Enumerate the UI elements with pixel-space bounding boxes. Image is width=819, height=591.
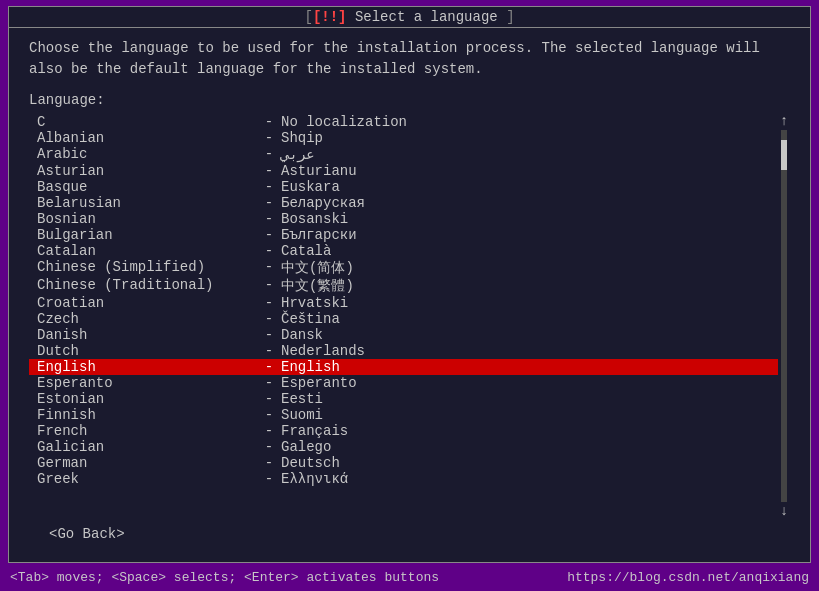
lang-name: C <box>37 114 257 130</box>
title-prefix: [ <box>304 9 312 25</box>
lang-name: Esperanto <box>37 375 257 391</box>
list-item[interactable]: Czech-Čeština <box>29 311 778 327</box>
lang-name: Greek <box>37 471 257 487</box>
lang-native: Galego <box>281 439 331 455</box>
list-item[interactable]: Albanian-Shqip <box>29 130 778 146</box>
lang-native: Čeština <box>281 311 340 327</box>
lang-native: Esperanto <box>281 375 357 391</box>
lang-dash: - <box>257 471 281 487</box>
lang-dash: - <box>257 343 281 359</box>
list-item[interactable]: Chinese (Traditional)-中文(繁體) <box>29 277 778 295</box>
list-item[interactable]: Galician-Galego <box>29 439 778 455</box>
lang-native: Eesti <box>281 391 323 407</box>
scroll-down-icon[interactable]: ↓ <box>780 504 788 518</box>
list-item[interactable]: Greek-Ελληνικά <box>29 471 778 487</box>
list-item[interactable]: Arabic-عربي <box>29 146 778 163</box>
description: Choose the language to be used for the i… <box>29 38 790 80</box>
list-item[interactable]: Asturian-Asturianu <box>29 163 778 179</box>
scrollbar[interactable]: ↑ ↓ <box>778 114 790 518</box>
lang-name: German <box>37 455 257 471</box>
lang-native: No localization <box>281 114 407 130</box>
list-item[interactable]: Belarusian-Беларуская <box>29 195 778 211</box>
lang-native: Shqip <box>281 130 323 146</box>
lang-dash: - <box>257 295 281 311</box>
scroll-thumb <box>781 140 787 170</box>
lang-dash: - <box>257 211 281 227</box>
lang-name: Belarusian <box>37 195 257 211</box>
list-item[interactable]: C-No localization <box>29 114 778 130</box>
lang-dash: - <box>257 327 281 343</box>
list-item[interactable]: German-Deutsch <box>29 455 778 471</box>
list-item[interactable]: Basque-Euskara <box>29 179 778 195</box>
lang-native: Deutsch <box>281 455 340 471</box>
lang-dash: - <box>257 114 281 130</box>
lang-name: Croatian <box>37 295 257 311</box>
lang-dash: - <box>257 277 281 295</box>
language-list[interactable]: C-No localizationAlbanian-ShqipArabic-عر… <box>29 114 778 518</box>
title-text: [!!] <box>313 9 347 25</box>
description-line2: also be the default language for the ins… <box>29 59 790 80</box>
list-item[interactable]: Esperanto-Esperanto <box>29 375 778 391</box>
lang-name: Chinese (Traditional) <box>37 277 257 295</box>
main-window: [ [!!] Select a language ] Choose the la… <box>8 6 811 563</box>
lang-dash: - <box>257 195 281 211</box>
lang-dash: - <box>257 407 281 423</box>
list-item[interactable]: Catalan-Català <box>29 243 778 259</box>
lang-name: Arabic <box>37 146 257 163</box>
lang-dash: - <box>257 130 281 146</box>
list-item[interactable]: Chinese (Simplified)-中文(简体) <box>29 259 778 277</box>
lang-name: Galician <box>37 439 257 455</box>
list-container[interactable]: C-No localizationAlbanian-ShqipArabic-عر… <box>29 114 790 518</box>
lang-native: Català <box>281 243 331 259</box>
lang-native: Suomi <box>281 407 323 423</box>
lang-dash: - <box>257 375 281 391</box>
status-bar: <Tab> moves; <Space> selects; <Enter> ac… <box>0 563 819 591</box>
list-item[interactable]: Bosnian-Bosanski <box>29 211 778 227</box>
lang-dash: - <box>257 227 281 243</box>
lang-native: عربي <box>281 146 315 163</box>
list-item[interactable]: French-Français <box>29 423 778 439</box>
lang-native: Ελληνικά <box>281 471 348 487</box>
status-keys: <Tab> moves; <Space> selects; <Enter> ac… <box>10 570 439 585</box>
status-url: https://blog.csdn.net/anqixiang <box>567 570 809 585</box>
lang-dash: - <box>257 423 281 439</box>
lang-name: Asturian <box>37 163 257 179</box>
title-bar: [ [!!] Select a language ] <box>9 7 810 28</box>
lang-dash: - <box>257 243 281 259</box>
lang-native: Euskara <box>281 179 340 195</box>
lang-name: French <box>37 423 257 439</box>
list-item[interactable]: Croatian-Hrvatski <box>29 295 778 311</box>
lang-name: Catalan <box>37 243 257 259</box>
lang-name: Bulgarian <box>37 227 257 243</box>
list-item[interactable]: Bulgarian-Български <box>29 227 778 243</box>
lang-name: Albanian <box>37 130 257 146</box>
lang-native: 中文(繁體) <box>281 277 354 295</box>
list-item[interactable]: Finnish-Suomi <box>29 407 778 423</box>
scroll-track <box>781 130 787 502</box>
scroll-up-icon[interactable]: ↑ <box>780 114 788 128</box>
lang-dash: - <box>257 455 281 471</box>
lang-dash: - <box>257 259 281 277</box>
list-item[interactable]: Danish-Dansk <box>29 327 778 343</box>
description-line1: Choose the language to be used for the i… <box>29 38 790 59</box>
list-item[interactable]: Dutch-Nederlands <box>29 343 778 359</box>
lang-dash: - <box>257 311 281 327</box>
lang-name: Estonian <box>37 391 257 407</box>
lang-native: 中文(简体) <box>281 259 354 277</box>
list-item[interactable]: Estonian-Eesti <box>29 391 778 407</box>
lang-native: Български <box>281 227 357 243</box>
lang-native: Français <box>281 423 348 439</box>
title-main: Select a language <box>346 9 506 25</box>
lang-name: Chinese (Simplified) <box>37 259 257 277</box>
lang-native: English <box>281 359 340 375</box>
lang-name: Danish <box>37 327 257 343</box>
go-back-button[interactable]: <Go Back> <box>49 526 125 542</box>
language-label: Language: <box>29 92 790 108</box>
lang-dash: - <box>257 179 281 195</box>
lang-dash: - <box>257 359 281 375</box>
title-suffix: ] <box>506 9 514 25</box>
list-item[interactable]: English-English <box>29 359 778 375</box>
lang-native: Asturianu <box>281 163 357 179</box>
go-back-area[interactable]: <Go Back> <box>29 518 790 552</box>
lang-native: Nederlands <box>281 343 365 359</box>
